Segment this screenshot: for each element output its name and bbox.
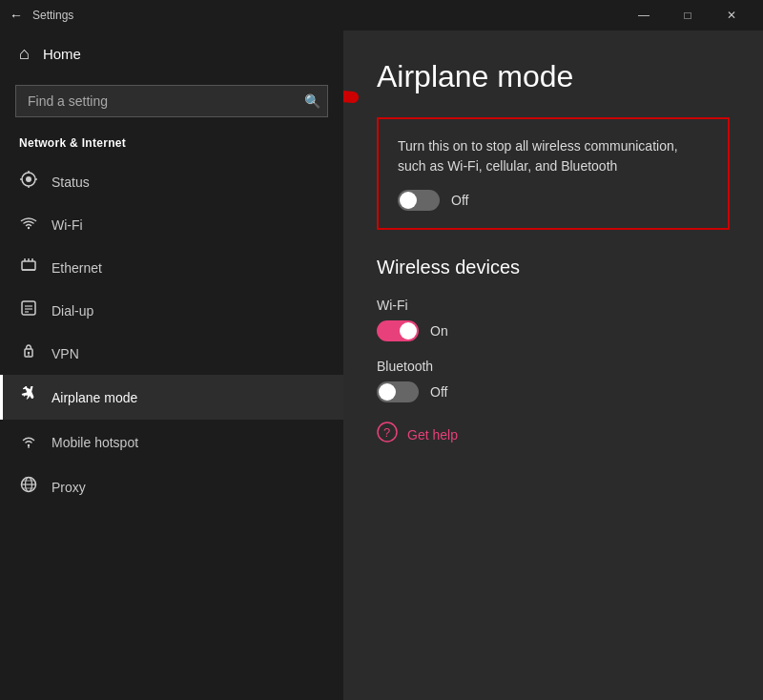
maximize-button[interactable]: □ bbox=[666, 0, 710, 31]
sidebar-item-ethernet[interactable]: Ethernet bbox=[0, 246, 343, 289]
airplane-label: Airplane mode bbox=[52, 390, 137, 405]
svg-point-6 bbox=[28, 227, 30, 229]
sidebar-item-dialup[interactable]: Dial-up bbox=[0, 289, 343, 332]
svg-rect-12 bbox=[22, 301, 35, 315]
proxy-icon bbox=[19, 476, 38, 498]
bluetooth-device-label: Bluetooth bbox=[377, 359, 730, 374]
section-label: Network & Internet bbox=[0, 133, 343, 159]
svg-point-17 bbox=[28, 352, 30, 354]
app-body: ⌂ Home 🔍 Network & Internet Status bbox=[0, 31, 763, 700]
titlebar-title: Settings bbox=[32, 9, 622, 22]
titlebar: ← Settings — □ ✕ bbox=[0, 0, 763, 31]
status-label: Status bbox=[52, 175, 90, 190]
sidebar-item-airplane[interactable]: ✈ Airplane mode bbox=[0, 375, 343, 420]
vpn-label: VPN bbox=[52, 346, 79, 361]
sidebar-item-wifi[interactable]: Wi-Fi bbox=[0, 204, 343, 246]
vpn-icon bbox=[19, 343, 38, 363]
ethernet-label: Ethernet bbox=[52, 260, 102, 276]
wifi-toggle-label: On bbox=[430, 323, 448, 339]
svg-rect-7 bbox=[22, 261, 35, 270]
hotspot-icon bbox=[19, 431, 38, 453]
svg-text:✈: ✈ bbox=[23, 388, 33, 402]
wifi-toggle[interactable] bbox=[377, 320, 419, 341]
airplane-toggle-row: Off bbox=[398, 190, 709, 211]
toggle-thumb bbox=[400, 192, 417, 209]
sidebar-item-status[interactable]: Status bbox=[0, 159, 343, 204]
wifi-toggle-thumb bbox=[400, 322, 417, 340]
wifi-device-label: Wi-Fi bbox=[377, 298, 730, 313]
search-icon[interactable]: 🔍 bbox=[304, 93, 320, 109]
wifi-label: Wi-Fi bbox=[52, 217, 83, 233]
airplane-toggle[interactable] bbox=[398, 190, 440, 211]
svg-point-1 bbox=[26, 176, 31, 182]
content-area: Airplane mode Turn this on to stop all w… bbox=[343, 31, 763, 700]
airplane-description: Turn this on to stop all wireless commun… bbox=[398, 136, 709, 176]
sidebar-item-proxy[interactable]: Proxy bbox=[0, 464, 343, 509]
bluetooth-toggle-row: Off bbox=[377, 381, 730, 402]
search-input[interactable] bbox=[15, 85, 328, 117]
airplane-toggle-label: Off bbox=[451, 193, 468, 208]
wifi-toggle-row: On bbox=[377, 320, 730, 341]
status-icon bbox=[19, 171, 38, 193]
dialup-icon bbox=[19, 300, 38, 320]
proxy-label: Proxy bbox=[52, 480, 86, 495]
airplane-icon: ✈ bbox=[19, 386, 38, 408]
sidebar: ⌂ Home 🔍 Network & Internet Status bbox=[0, 31, 343, 700]
sidebar-item-vpn[interactable]: VPN bbox=[0, 332, 343, 375]
get-help-icon: ? bbox=[377, 422, 398, 447]
sidebar-item-home[interactable]: ⌂ Home bbox=[0, 31, 343, 77]
close-button[interactable]: ✕ bbox=[710, 0, 753, 31]
ethernet-icon bbox=[19, 257, 38, 278]
bluetooth-toggle-label: Off bbox=[430, 384, 447, 400]
page-title: Airplane mode bbox=[377, 59, 730, 94]
dialup-label: Dial-up bbox=[52, 303, 93, 319]
search-container: 🔍 bbox=[15, 85, 328, 117]
get-help-label: Get help bbox=[407, 427, 458, 443]
window-controls: — □ ✕ bbox=[622, 0, 753, 31]
back-button[interactable]: ← bbox=[10, 8, 23, 23]
wifi-device-row: Wi-Fi On bbox=[377, 298, 730, 341]
hotspot-label: Mobile hotspot bbox=[52, 435, 138, 450]
home-icon: ⌂ bbox=[19, 44, 30, 64]
get-help-link[interactable]: ? Get help bbox=[377, 422, 730, 447]
bluetooth-device-row: Bluetooth Off bbox=[377, 359, 730, 402]
bluetooth-toggle[interactable] bbox=[377, 381, 419, 402]
annotation-arrow bbox=[343, 78, 367, 206]
airplane-mode-card: Turn this on to stop all wireless commun… bbox=[377, 117, 730, 230]
bluetooth-toggle-thumb bbox=[379, 383, 396, 401]
sidebar-home-label: Home bbox=[43, 46, 81, 62]
wifi-icon bbox=[19, 216, 38, 235]
minimize-button[interactable]: — bbox=[622, 0, 666, 31]
wireless-section-title: Wireless devices bbox=[377, 257, 730, 278]
sidebar-item-hotspot[interactable]: Mobile hotspot bbox=[0, 420, 343, 464]
svg-text:?: ? bbox=[383, 425, 390, 440]
